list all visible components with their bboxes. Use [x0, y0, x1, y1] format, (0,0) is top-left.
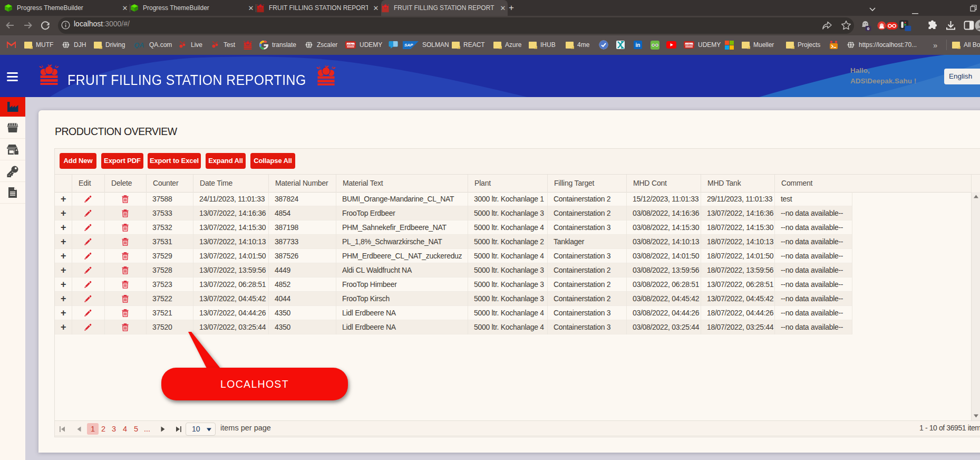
- svg-text:QA: QA: [134, 42, 144, 49]
- svg-text:in: in: [636, 42, 641, 48]
- svg-text:video: video: [685, 43, 693, 46]
- svg-text:SAP: SAP: [404, 42, 413, 47]
- svg-text:video: video: [347, 43, 355, 46]
- svg-text:0: 0: [867, 26, 870, 31]
